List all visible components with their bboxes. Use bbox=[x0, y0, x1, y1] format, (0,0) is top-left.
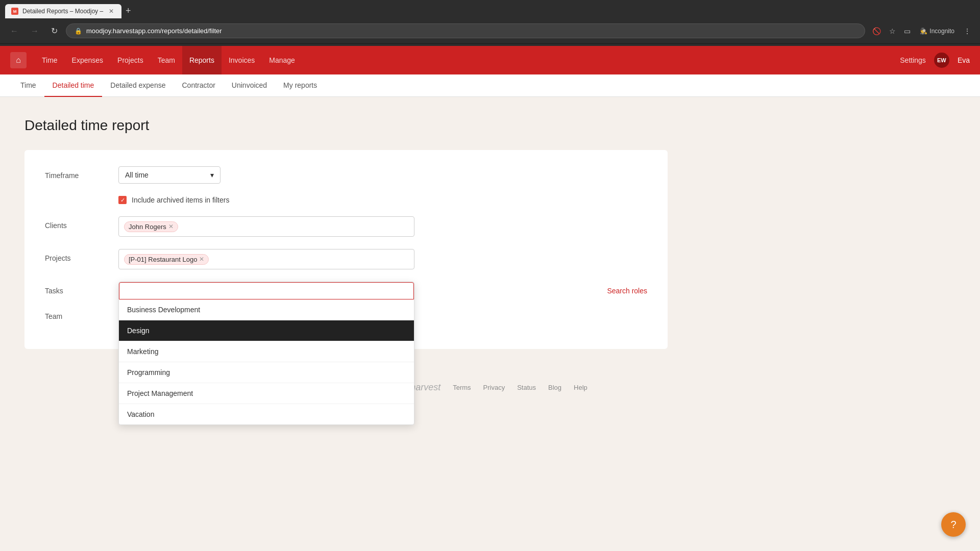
clients-control: John Rogers ✕ bbox=[118, 216, 647, 237]
subnav-my-reports[interactable]: My reports bbox=[275, 74, 325, 97]
timeframe-label: Timeframe bbox=[45, 166, 106, 180]
subnav-detailed-time[interactable]: Detailed time bbox=[44, 74, 103, 97]
nav-time[interactable]: Time bbox=[35, 46, 65, 74]
timeframe-select[interactable]: All time ▾ bbox=[118, 166, 220, 184]
dropdown-item-marketing[interactable]: Marketing bbox=[119, 341, 414, 362]
no-tracking-icon[interactable]: 🚫 bbox=[869, 24, 884, 38]
team-label: Team bbox=[45, 307, 106, 320]
tasks-search-input[interactable] bbox=[119, 282, 414, 299]
chevron-down-icon: ▾ bbox=[210, 171, 214, 179]
clients-label: Clients bbox=[45, 216, 106, 230]
sub-nav: Time Detailed time Detailed expense Cont… bbox=[0, 74, 980, 97]
include-archived-checkbox[interactable] bbox=[118, 196, 127, 204]
user-avatar: EW bbox=[934, 53, 949, 68]
address-bar: ← → ↻ 🔒 moodjoy.harvestapp.com/reports/d… bbox=[0, 18, 980, 44]
client-tag-john-rogers: John Rogers ✕ bbox=[124, 221, 178, 232]
projects-label: Projects bbox=[45, 249, 106, 262]
dropdown-item-vacation[interactable]: Vacation bbox=[119, 404, 414, 424]
footer-blog[interactable]: Blog bbox=[548, 384, 561, 391]
lock-icon: 🔒 bbox=[75, 28, 82, 35]
subnav-time[interactable]: Time bbox=[12, 74, 44, 97]
bookmark-icon[interactable]: ☆ bbox=[886, 24, 899, 38]
page-title: Detailed time report bbox=[24, 117, 955, 134]
dropdown-list: Business Development Design Marketing Pr… bbox=[119, 299, 414, 424]
user-name[interactable]: Eva bbox=[958, 56, 970, 64]
header-right: Settings EW Eva bbox=[900, 53, 970, 68]
footer-help[interactable]: Help bbox=[574, 384, 587, 391]
dropdown-item-project-management[interactable]: Project Management bbox=[119, 383, 414, 404]
help-button[interactable]: ? bbox=[941, 512, 966, 537]
settings-link[interactable]: Settings bbox=[900, 56, 926, 64]
project-tag-remove[interactable]: ✕ bbox=[199, 256, 204, 263]
project-tag-restaurant-logo: [P-01] Restaurant Logo ✕ bbox=[124, 254, 209, 265]
incognito-badge: 🕵 Incognito bbox=[916, 26, 959, 37]
tab-bar: M Detailed Reports – Moodjoy – ✕ + bbox=[0, 0, 980, 18]
address-actions: 🚫 ☆ ▭ 🕵 Incognito ⋮ bbox=[869, 24, 974, 38]
projects-input[interactable]: [P-01] Restaurant Logo ✕ bbox=[118, 249, 414, 269]
app-header: ⌂ Time Expenses Projects Team Reports In… bbox=[0, 46, 980, 74]
tab-title: Detailed Reports – Moodjoy – bbox=[22, 8, 103, 15]
browser-chrome: M Detailed Reports – Moodjoy – ✕ + ← → ↻… bbox=[0, 0, 980, 46]
incognito-label: Incognito bbox=[929, 28, 954, 35]
back-button[interactable]: ← bbox=[6, 23, 22, 39]
split-view-icon[interactable]: ▭ bbox=[901, 24, 914, 38]
new-tab-button[interactable]: + bbox=[121, 4, 135, 18]
active-tab: M Detailed Reports – Moodjoy – ✕ bbox=[5, 4, 121, 18]
main-content: Detailed time report Timeframe All time … bbox=[0, 97, 980, 369]
incognito-icon: 🕵 bbox=[920, 28, 927, 35]
url-bar[interactable]: 🔒 moodjoy.harvestapp.com/reports/detaile… bbox=[66, 23, 865, 38]
app-logo: ⌂ bbox=[10, 52, 27, 68]
subnav-uninvoiced[interactable]: Uninvoiced bbox=[224, 74, 275, 97]
client-tag-label: John Rogers bbox=[129, 223, 166, 231]
dropdown-item-design[interactable]: Design bbox=[119, 320, 414, 341]
project-tag-label: [P-01] Restaurant Logo bbox=[129, 256, 197, 263]
tab-favicon: M bbox=[11, 8, 18, 15]
timeframe-value: All time bbox=[125, 171, 149, 179]
nav-projects[interactable]: Projects bbox=[110, 46, 151, 74]
menu-icon[interactable]: ⋮ bbox=[961, 24, 974, 38]
checkbox-row: Include archived items in filters bbox=[45, 196, 647, 204]
timeframe-control: All time ▾ bbox=[118, 166, 647, 184]
client-tag-remove[interactable]: ✕ bbox=[168, 223, 174, 230]
subnav-detailed-expense[interactable]: Detailed expense bbox=[102, 74, 174, 97]
checkbox-label: Include archived items in filters bbox=[132, 196, 229, 204]
footer-status[interactable]: Status bbox=[517, 384, 536, 391]
filter-card: Timeframe All time ▾ Include archived it… bbox=[24, 150, 668, 349]
nav-expenses[interactable]: Expenses bbox=[65, 46, 110, 74]
footer-privacy[interactable]: Privacy bbox=[483, 384, 505, 391]
dropdown-item-programming[interactable]: Programming bbox=[119, 362, 414, 383]
clients-input[interactable]: John Rogers ✕ bbox=[118, 216, 414, 237]
nav-team[interactable]: Team bbox=[151, 46, 182, 74]
subnav-contractor[interactable]: Contractor bbox=[174, 74, 223, 97]
search-roles-link[interactable]: Search roles bbox=[607, 282, 647, 295]
projects-control: [P-01] Restaurant Logo ✕ bbox=[118, 249, 647, 269]
dropdown-item-business-development[interactable]: Business Development bbox=[119, 299, 414, 320]
tab-close-button[interactable]: ✕ bbox=[107, 7, 115, 15]
tasks-label: Tasks bbox=[45, 282, 106, 295]
tasks-dropdown: Business Development Design Marketing Pr… bbox=[118, 282, 414, 425]
home-icon: ⌂ bbox=[16, 56, 21, 65]
nav-reports[interactable]: Reports bbox=[182, 46, 222, 74]
refresh-button[interactable]: ↻ bbox=[47, 23, 62, 39]
url-text: moodjoy.harvestapp.com/reports/detailed/… bbox=[86, 27, 856, 35]
nav-manage[interactable]: Manage bbox=[262, 46, 302, 74]
forward-button[interactable]: → bbox=[27, 23, 43, 39]
tasks-row: Tasks Business Development Design Market… bbox=[45, 282, 647, 295]
clients-row: Clients John Rogers ✕ bbox=[45, 216, 647, 237]
timeframe-row: Timeframe All time ▾ bbox=[45, 166, 647, 184]
footer-terms[interactable]: Terms bbox=[453, 384, 471, 391]
projects-row: Projects [P-01] Restaurant Logo ✕ bbox=[45, 249, 647, 269]
nav-invoices[interactable]: Invoices bbox=[222, 46, 262, 74]
